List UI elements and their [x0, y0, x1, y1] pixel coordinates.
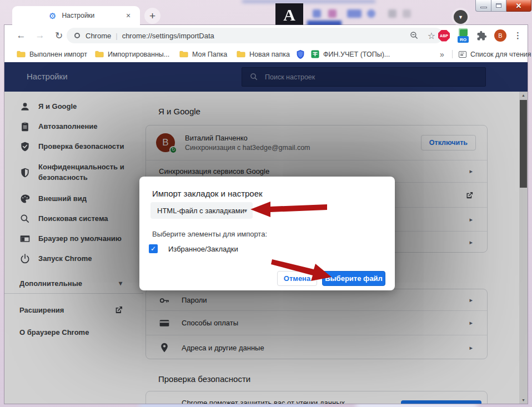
bookmark-sheet[interactable]: ФИН.УЧЕТ (ТОПы)...	[311, 46, 390, 62]
ro-extension-icon[interactable]: RO	[457, 28, 469, 43]
shield-favicon-icon	[296, 49, 305, 59]
forward-button[interactable]: →	[32, 25, 48, 46]
checkbox-checked-icon[interactable]: ✓	[149, 244, 158, 253]
bookmark-star-icon[interactable]: ☆	[428, 31, 435, 41]
reading-list-icon	[459, 51, 466, 58]
back-button[interactable]: ←	[13, 25, 29, 46]
dialog-title: Импорт закладок и настроек	[152, 189, 263, 198]
chrome-product-icon	[74, 33, 80, 38]
settings-gear-favicon-icon: ⚙	[49, 12, 56, 20]
import-source-dropdown[interactable]: HTML-файл с закладками ▾	[150, 202, 253, 219]
url-separator: |	[116, 32, 117, 40]
minimize-icon	[480, 7, 487, 8]
import-dialog: Импорт закладок и настроек HTML-файл с з…	[139, 177, 395, 290]
bookmarks-overflow-chevron[interactable]: »	[440, 46, 444, 62]
browser-toolbar: ← → ↻ Chrome | chrome://settings/importD…	[4, 25, 528, 46]
dropdown-circle-icon[interactable]: ▼	[454, 10, 468, 24]
checkbox-label: Избранное/Закладки	[168, 245, 238, 253]
address-bar[interactable]: Chrome | chrome://settings/importData ☆	[67, 28, 443, 43]
bookmark-folder[interactable]: Моя Папка	[179, 46, 227, 62]
bookmark-folder[interactable]: Импортированны...	[95, 46, 169, 62]
background-icon	[367, 9, 375, 18]
profile-avatar[interactable]: B	[494, 29, 506, 42]
bookmarks-divider	[452, 50, 453, 58]
reload-button[interactable]: ↻	[51, 25, 67, 46]
new-tab-button[interactable]: +	[144, 8, 160, 24]
folder-icon	[17, 51, 26, 58]
background-icon	[388, 9, 397, 18]
background-icon	[403, 9, 411, 18]
url-text: chrome://settings/importData	[122, 32, 214, 40]
folder-icon	[237, 51, 245, 58]
background-icon	[313, 9, 321, 18]
url-origin: Chrome	[86, 32, 111, 40]
bookmarks-bar: Выполнен импорт Импортированны... Моя Па…	[4, 46, 528, 62]
close-window-button[interactable]: ✕	[506, 0, 531, 12]
tab-close-icon[interactable]: ×	[123, 11, 133, 21]
folder-icon	[95, 51, 104, 58]
window-controls: ✕	[475, 0, 531, 12]
maximize-icon	[496, 3, 501, 8]
choose-file-button[interactable]: Выберите файл	[322, 271, 385, 286]
spreadsheet-icon	[311, 50, 319, 58]
maximize-button[interactable]	[491, 0, 506, 12]
dropdown-value: HTML-файл с закладками	[157, 207, 244, 215]
background-window-edge	[242, 0, 375, 3]
bookmarks-checkbox-row[interactable]: ✓ Избранное/Закладки	[149, 244, 238, 253]
dialog-buttons: Отмена Выберите файл	[277, 271, 385, 286]
reading-list-button[interactable]: Список для чтения	[459, 46, 531, 62]
ro-extension-shape	[459, 28, 468, 37]
zoom-indicator-icon[interactable]	[410, 31, 419, 40]
cancel-button[interactable]: Отмена	[277, 271, 317, 286]
extensions-puzzle-icon[interactable]	[476, 31, 487, 41]
ro-extension-badge: RO	[458, 36, 469, 43]
background-logo-a: A	[275, 3, 303, 27]
settings-page: Настройки Поиск настроек Я и Google Авто…	[4, 62, 528, 404]
bookmark-folder[interactable]: Выполнен импорт	[17, 46, 87, 62]
select-items-label: Выберите элементы для импорта:	[152, 230, 267, 238]
adblock-extension-icon[interactable]: ABP	[438, 30, 450, 42]
bookmark-shield[interactable]	[296, 46, 305, 62]
minimize-button[interactable]	[475, 0, 491, 12]
extension-area: ABP RO B ⋮	[438, 25, 522, 46]
folder-icon	[179, 51, 188, 58]
background-icon	[328, 9, 337, 18]
tab-title: Настройки	[62, 12, 123, 19]
browser-menu-icon[interactable]: ⋮	[514, 31, 522, 41]
screenshot-root: { "window": { "tab_title": "Настройки", …	[0, 0, 532, 407]
bookmark-folder[interactable]: Новая папка	[237, 46, 290, 62]
close-icon: ✕	[516, 2, 522, 10]
chevron-down-icon: ▾	[244, 207, 247, 214]
browser-tab[interactable]: ⚙ Настройки ×	[12, 6, 140, 25]
background-icon	[347, 9, 362, 18]
